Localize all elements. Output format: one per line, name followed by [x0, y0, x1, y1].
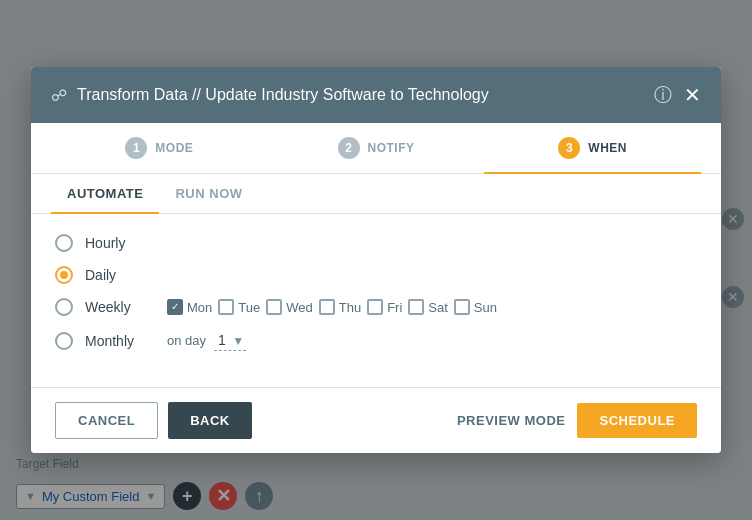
- day-tue: Tue: [218, 299, 260, 315]
- weekly-label: Weekly: [85, 299, 155, 315]
- day-thu: Thu: [319, 299, 361, 315]
- footer-right: PREVIEW MODE SCHEDULE: [457, 403, 697, 438]
- doc-icon: ☍: [51, 86, 67, 105]
- on-day-group: on day 1 2 3 4 5 ▼: [167, 330, 246, 351]
- step-when[interactable]: 3 WHEN: [484, 123, 701, 173]
- daily-radio[interactable]: [55, 266, 73, 284]
- daily-row: Daily: [55, 266, 697, 284]
- monthly-row: Monthly on day 1 2 3 4 5 ▼: [55, 330, 697, 351]
- day-select-wrapper: 1 2 3 4 5 ▼: [214, 330, 246, 351]
- modal-header-left: ☍ Transform Data // Update Industry Soft…: [51, 86, 489, 105]
- weekly-radio[interactable]: [55, 298, 73, 316]
- monthly-radio[interactable]: [55, 332, 73, 350]
- hourly-label: Hourly: [85, 235, 155, 251]
- day-sat: Sat: [408, 299, 448, 315]
- sun-checkbox[interactable]: [454, 299, 470, 315]
- thu-label: Thu: [339, 300, 361, 315]
- day-sun: Sun: [454, 299, 497, 315]
- footer-left: CANCEL BACK: [55, 402, 252, 439]
- fri-label: Fri: [387, 300, 402, 315]
- cancel-button[interactable]: CANCEL: [55, 402, 158, 439]
- sat-label: Sat: [428, 300, 448, 315]
- info-icon[interactable]: ⓘ: [654, 83, 672, 107]
- tab-run-now[interactable]: RUN NOW: [159, 174, 258, 213]
- step-3-label: WHEN: [588, 141, 627, 155]
- on-day-text: on day: [167, 333, 206, 348]
- monthly-label: Monthly: [85, 333, 155, 349]
- step-2-label: NOTIFY: [368, 141, 415, 155]
- day-mon: ✓ Mon: [167, 299, 212, 315]
- modal-content: Hourly Daily Weekly ✓: [31, 214, 721, 387]
- day-select[interactable]: 1 2 3 4 5: [214, 330, 246, 351]
- step-2-circle: 2: [338, 137, 360, 159]
- preview-mode-button[interactable]: PREVIEW MODE: [457, 413, 566, 428]
- step-3-circle: 3: [558, 137, 580, 159]
- modal-header: ☍ Transform Data // Update Industry Soft…: [31, 67, 721, 123]
- tab-automate[interactable]: AUTOMATE: [51, 174, 159, 213]
- step-1-label: MODE: [155, 141, 193, 155]
- hourly-radio[interactable]: [55, 234, 73, 252]
- weekly-row: Weekly ✓ Mon Tue: [55, 298, 697, 316]
- sub-tabs: AUTOMATE RUN NOW: [31, 174, 721, 214]
- daily-radio-dot: [60, 271, 68, 279]
- day-checkboxes: ✓ Mon Tue Wed: [167, 299, 497, 315]
- mon-checkbox[interactable]: ✓: [167, 299, 183, 315]
- tue-label: Tue: [238, 300, 260, 315]
- modal-footer: CANCEL BACK PREVIEW MODE SCHEDULE: [31, 387, 721, 453]
- header-actions: ⓘ ✕: [654, 83, 701, 107]
- schedule-options: Hourly Daily Weekly ✓: [55, 234, 697, 351]
- stepper: 1 MODE 2 NOTIFY 3 WHEN: [31, 123, 721, 174]
- daily-label: Daily: [85, 267, 155, 283]
- wed-label: Wed: [286, 300, 313, 315]
- step-1-circle: 1: [125, 137, 147, 159]
- day-fri: Fri: [367, 299, 402, 315]
- thu-checkbox[interactable]: [319, 299, 335, 315]
- close-icon[interactable]: ✕: [684, 85, 701, 105]
- hourly-row: Hourly: [55, 234, 697, 252]
- sun-label: Sun: [474, 300, 497, 315]
- wed-checkbox[interactable]: [266, 299, 282, 315]
- modal-title: Transform Data // Update Industry Softwa…: [77, 86, 489, 104]
- mon-check: ✓: [171, 302, 179, 312]
- sat-checkbox[interactable]: [408, 299, 424, 315]
- fri-checkbox[interactable]: [367, 299, 383, 315]
- step-notify[interactable]: 2 NOTIFY: [268, 123, 485, 173]
- modal-overlay: ☍ Transform Data // Update Industry Soft…: [0, 0, 752, 520]
- modal: ☍ Transform Data // Update Industry Soft…: [31, 67, 721, 453]
- mon-label: Mon: [187, 300, 212, 315]
- day-wed: Wed: [266, 299, 313, 315]
- schedule-button[interactable]: SCHEDULE: [577, 403, 697, 438]
- tue-checkbox[interactable]: [218, 299, 234, 315]
- step-mode[interactable]: 1 MODE: [51, 123, 268, 173]
- back-button[interactable]: BACK: [168, 402, 252, 439]
